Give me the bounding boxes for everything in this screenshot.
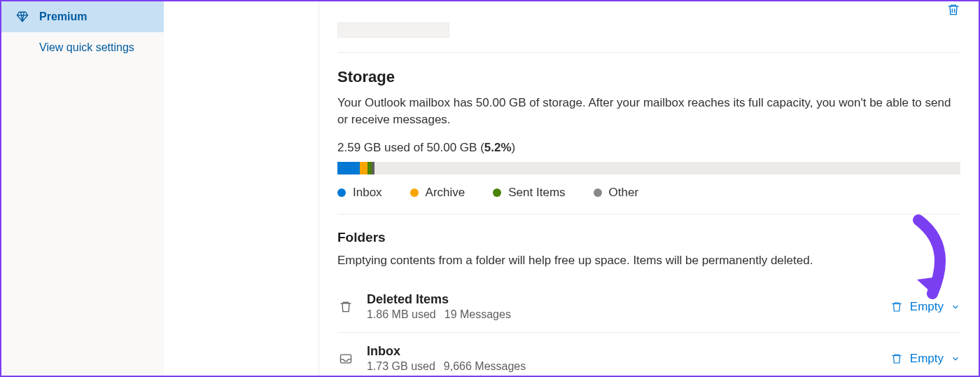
folders-description: Emptying contents from a folder will hel… bbox=[337, 252, 960, 269]
legend-item-other: Other bbox=[594, 186, 639, 200]
svg-rect-0 bbox=[341, 355, 351, 363]
storage-heading: Storage bbox=[337, 68, 960, 86]
empty-folder-button[interactable]: Empty bbox=[890, 300, 960, 314]
inbox-icon bbox=[337, 350, 354, 367]
main-content: Storage Your Outlook mailbox has 50.00 G… bbox=[319, 1, 979, 376]
usage-segment-inbox bbox=[337, 162, 360, 174]
secondary-column bbox=[164, 1, 319, 376]
usage-segment-other bbox=[372, 162, 374, 174]
chevron-down-icon bbox=[951, 302, 960, 312]
trash-icon bbox=[890, 301, 903, 313]
legend-item-archive: Archive bbox=[410, 186, 465, 200]
settings-sidebar: Premium View quick settings bbox=[1, 1, 164, 376]
sidebar-item-label: Premium bbox=[39, 11, 87, 23]
divider bbox=[337, 214, 960, 214]
empty-label: Empty bbox=[910, 352, 944, 366]
legend-dot bbox=[493, 188, 501, 197]
folder-row: Inbox1.73 GB used9,666 MessagesEmpty bbox=[337, 333, 960, 376]
legend-dot bbox=[337, 188, 346, 197]
folder-row: Deleted Items1.86 MB used19 MessagesEmpt… bbox=[337, 281, 960, 333]
folder-subtext: 1.86 MB used19 Messages bbox=[367, 308, 890, 321]
empty-folder-button[interactable]: Empty bbox=[890, 352, 960, 366]
folder-meta: Inbox1.73 GB used9,666 Messages bbox=[367, 344, 890, 373]
folders-heading: Folders bbox=[337, 230, 960, 245]
legend-label: Other bbox=[609, 186, 639, 200]
storage-usage-text: 2.59 GB used of 50.00 GB (5.2%) bbox=[337, 141, 960, 155]
profile-image-placeholder bbox=[337, 22, 449, 38]
delete-button[interactable] bbox=[946, 3, 960, 19]
usage-segment-archive bbox=[360, 162, 368, 174]
diamond-icon bbox=[15, 10, 29, 24]
sidebar-item-quick-settings[interactable]: View quick settings bbox=[1, 32, 164, 63]
sidebar-item-label: View quick settings bbox=[39, 41, 134, 54]
divider bbox=[337, 52, 960, 53]
legend-label: Archive bbox=[426, 186, 465, 200]
chevron-down-icon bbox=[951, 354, 960, 364]
legend-label: Inbox bbox=[353, 186, 382, 200]
folder-meta: Deleted Items1.86 MB used19 Messages bbox=[367, 292, 890, 321]
legend-dot bbox=[594, 188, 602, 197]
sidebar-item-premium[interactable]: Premium bbox=[1, 1, 164, 32]
storage-description: Your Outlook mailbox has 50.00 GB of sto… bbox=[337, 95, 960, 128]
trash-icon bbox=[337, 299, 354, 315]
legend-item-inbox: Inbox bbox=[337, 186, 382, 200]
folder-name: Inbox bbox=[367, 344, 890, 359]
empty-label: Empty bbox=[910, 300, 944, 314]
legend-label: Sent Items bbox=[508, 186, 565, 200]
legend-item-sent: Sent Items bbox=[493, 186, 565, 200]
legend-dot bbox=[410, 188, 419, 197]
folder-subtext: 1.73 GB used9,666 Messages bbox=[367, 360, 890, 373]
storage-usage-bar bbox=[337, 162, 960, 174]
folder-name: Deleted Items bbox=[367, 292, 890, 307]
storage-legend: InboxArchiveSent ItemsOther bbox=[337, 186, 960, 200]
trash-icon bbox=[890, 352, 903, 365]
